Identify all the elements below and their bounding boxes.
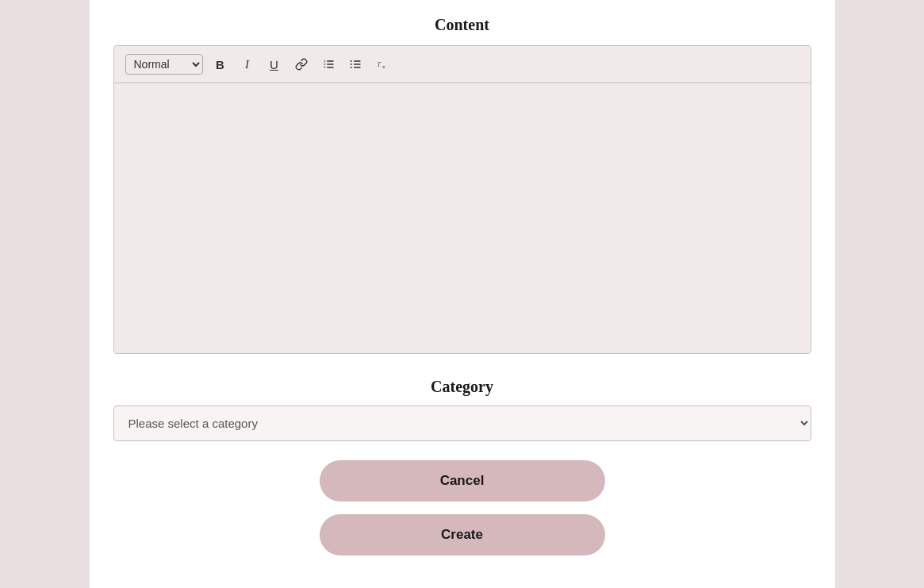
cancel-button[interactable]: Cancel — [320, 460, 605, 502]
clear-format-icon: T x — [376, 58, 389, 71]
underline-button[interactable]: U — [265, 55, 284, 74]
clear-format-button[interactable]: T x — [373, 55, 392, 74]
editor-wrapper: Normal Heading 1 Heading 2 Heading 3 B I… — [113, 45, 811, 354]
link-button[interactable] — [292, 55, 311, 74]
bold-button[interactable]: B — [211, 55, 230, 74]
svg-point-9 — [350, 60, 351, 62]
italic-button[interactable]: I — [238, 55, 257, 74]
svg-point-10 — [350, 63, 351, 65]
editor-toolbar: Normal Heading 1 Heading 2 Heading 3 B I… — [114, 46, 811, 83]
editor-content-area[interactable] — [114, 83, 811, 353]
ordered-list-icon: 1. 2. 3. — [322, 58, 335, 71]
category-title: Category — [431, 378, 493, 396]
category-select[interactable]: Please select a category — [113, 405, 811, 441]
svg-point-11 — [350, 67, 351, 68]
svg-text:3.: 3. — [324, 65, 326, 69]
unordered-list-icon — [349, 58, 362, 71]
style-select[interactable]: Normal Heading 1 Heading 2 Heading 3 — [125, 54, 203, 75]
svg-text:x: x — [382, 64, 385, 69]
create-button[interactable]: Create — [320, 514, 605, 555]
main-container: Content Normal Heading 1 Heading 2 Headi… — [90, 0, 835, 588]
unordered-list-button[interactable] — [346, 55, 365, 74]
content-title: Content — [435, 16, 489, 34]
ordered-list-button[interactable]: 1. 2. 3. — [319, 55, 338, 74]
buttons-wrapper: Cancel Create — [113, 460, 811, 555]
link-icon — [295, 58, 308, 71]
svg-text:T: T — [377, 60, 381, 68]
